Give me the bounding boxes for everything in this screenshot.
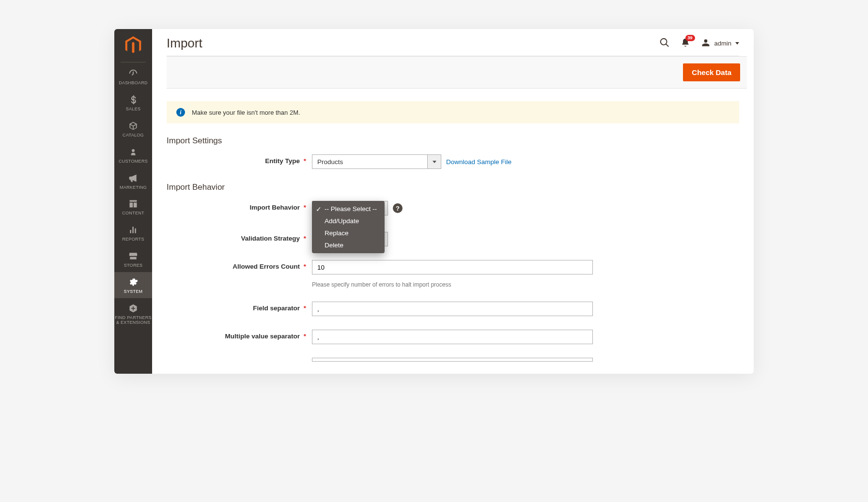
partners-icon xyxy=(127,303,139,314)
user-icon xyxy=(701,38,711,49)
file-size-notice: i Make sure your file isn't more than 2M… xyxy=(167,101,739,123)
notice-text: Make sure your file isn't more than 2M. xyxy=(192,109,300,116)
field-separator-input[interactable] xyxy=(312,302,593,316)
section-title-import-behavior: Import Behavior xyxy=(167,183,739,192)
dashboard-icon xyxy=(127,68,139,79)
sidebar-item-label: CATALOG xyxy=(123,133,144,138)
gear-icon xyxy=(127,277,139,288)
required-star-icon: * xyxy=(304,333,306,340)
dollar-icon xyxy=(127,94,139,105)
allowed-errors-note: Please specify number of errors to halt … xyxy=(312,281,451,288)
dropdown-option-replace[interactable]: Replace xyxy=(312,227,385,239)
row-validation-strategy: Validation Strategy * xyxy=(167,232,739,246)
sidebar-item-label: STORES xyxy=(124,263,143,268)
sidebar-item-label: CONTENT xyxy=(122,211,144,216)
sidebar-item-dashboard[interactable]: DASHBOARD xyxy=(114,63,152,90)
entity-type-value: Products xyxy=(312,155,427,168)
sidebar-divider xyxy=(121,62,146,62)
label-field-separator: Field separator * xyxy=(167,302,312,312)
label-import-behavior: Import Behavior * xyxy=(167,201,312,211)
sidebar-item-label: FIND PARTNERS & EXTENSIONS xyxy=(114,316,152,325)
user-name-label: admin xyxy=(714,40,731,47)
sidebar-item-stores[interactable]: STORES xyxy=(114,246,152,272)
search-icon xyxy=(659,37,670,49)
sidebar-item-sales[interactable]: SALES xyxy=(114,90,152,116)
required-star-icon: * xyxy=(304,157,306,165)
dropdown-option-add-update[interactable]: Add/Update xyxy=(312,215,385,227)
sidebar-item-label: DASHBOARD xyxy=(119,81,148,86)
content-area: i Make sure your file isn't more than 2M… xyxy=(152,89,754,368)
sidebar-item-content[interactable]: CONTENT xyxy=(114,194,152,220)
download-sample-link[interactable]: Download Sample File xyxy=(446,158,512,166)
cutoff-input[interactable] xyxy=(312,358,593,362)
page-title: Import xyxy=(167,36,202,51)
sidebar-item-label: REPORTS xyxy=(122,237,144,242)
user-menu[interactable]: admin xyxy=(701,38,739,49)
store-icon xyxy=(127,251,139,261)
row-allowed-errors: Allowed Errors Count * Please specify nu… xyxy=(167,260,739,288)
label-allowed-errors: Allowed Errors Count * xyxy=(167,260,312,270)
row-field-separator: Field separator * xyxy=(167,302,739,316)
box-icon xyxy=(127,121,139,131)
sidebar-item-label: SALES xyxy=(126,107,141,112)
section-title-import-settings: Import Settings xyxy=(167,136,739,146)
bars-icon xyxy=(127,225,139,235)
layout-icon xyxy=(127,198,139,209)
sidebar-item-label: MARKETING xyxy=(120,185,147,190)
required-star-icon: * xyxy=(304,263,306,270)
app-window: DASHBOARD SALES CATALOG CUSTOMERS MARKET… xyxy=(114,29,754,374)
sidebar-item-marketing[interactable]: MARKETING xyxy=(114,168,152,194)
allowed-errors-input[interactable] xyxy=(312,260,593,274)
required-star-icon: * xyxy=(304,235,306,242)
multiple-value-separator-input[interactable] xyxy=(312,330,593,344)
notifications-button[interactable]: 39 xyxy=(681,38,690,49)
import-behavior-dropdown: -- Please Select -- Add/Update Replace D… xyxy=(312,201,385,253)
row-multiple-value-separator: Multiple value separator * xyxy=(167,330,739,344)
help-tooltip-icon[interactable]: ? xyxy=(393,203,403,213)
required-star-icon: * xyxy=(304,304,306,312)
dropdown-option-please-select[interactable]: -- Please Select -- xyxy=(312,203,385,215)
row-import-behavior: Import Behavior * ? -- Please Select -- … xyxy=(167,201,739,215)
sidebar-item-label: SYSTEM xyxy=(124,289,143,294)
label-multiple-value-separator: Multiple value separator * xyxy=(167,330,312,340)
sidebar-item-partners[interactable]: FIND PARTNERS & EXTENSIONS xyxy=(114,298,152,329)
row-cutoff xyxy=(167,358,739,368)
entity-type-select[interactable]: Products xyxy=(312,154,441,169)
required-star-icon: * xyxy=(304,204,306,211)
action-bar: Check Data xyxy=(167,56,747,89)
sidebar-item-reports[interactable]: REPORTS xyxy=(114,220,152,246)
label-entity-type: Entity Type * xyxy=(167,154,312,165)
chevron-down-icon xyxy=(427,155,441,168)
person-icon xyxy=(127,147,139,157)
check-data-button[interactable]: Check Data xyxy=(683,63,740,81)
sidebar-item-label: CUSTOMERS xyxy=(119,159,148,164)
sidebar-item-system[interactable]: SYSTEM xyxy=(114,272,152,298)
page-header: Import 39 admin xyxy=(152,29,754,56)
row-entity-type: Entity Type * Products Download Sample F… xyxy=(167,154,739,169)
label-validation-strategy: Validation Strategy * xyxy=(167,232,312,242)
notification-count-badge: 39 xyxy=(685,35,695,41)
chevron-down-icon xyxy=(735,42,739,45)
megaphone-icon xyxy=(127,173,139,183)
main-panel[interactable]: Import 39 admin xyxy=(152,29,754,374)
admin-sidebar: DASHBOARD SALES CATALOG CUSTOMERS MARKET… xyxy=(114,29,152,374)
magento-logo-icon[interactable] xyxy=(124,36,143,55)
search-button[interactable] xyxy=(659,37,670,49)
dropdown-option-delete[interactable]: Delete xyxy=(312,239,385,251)
info-icon: i xyxy=(176,108,185,117)
sidebar-item-catalog[interactable]: CATALOG xyxy=(114,116,152,142)
sidebar-item-customers[interactable]: CUSTOMERS xyxy=(114,142,152,168)
